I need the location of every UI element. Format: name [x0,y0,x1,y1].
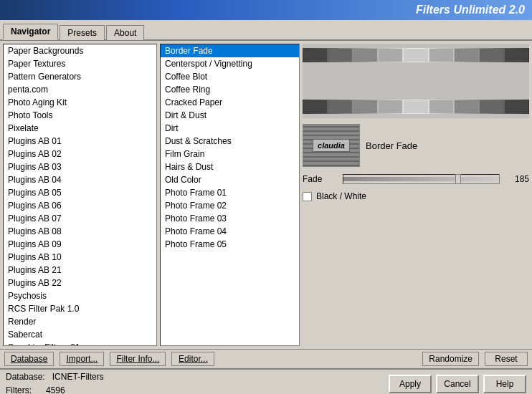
import-button[interactable]: Import... [60,352,104,366]
fade-label: Fade [303,174,338,184]
status-info: Database: ICNET-Filters Filters: 4596 [6,370,104,394]
left-list-item[interactable]: Plugins AB 09 [4,238,156,251]
middle-list-item[interactable]: Film Grain [161,148,299,160]
left-list-item[interactable]: Plugins AB 22 [4,277,156,289]
middle-panel: Border FadeCenterspot / VignettingCoffee… [160,44,300,346]
middle-list-item[interactable]: Old Color [161,173,299,186]
left-list[interactable]: Paper BackgroundsPaper TexturesPattern G… [4,44,156,345]
middle-list-item[interactable]: Coffee Blot [161,70,299,83]
bw-checkbox-row: Black / White [303,191,529,201]
middle-list-item[interactable]: Dirt [161,122,299,135]
tab-navigator[interactable]: Navigator [3,24,58,40]
middle-list-item[interactable]: Photo Frame 05 [161,238,299,251]
middle-list-item[interactable]: Hairs & Dust [161,160,299,173]
left-list-item[interactable]: Plugins AB 03 [4,160,156,173]
fade-slider[interactable] [343,174,500,184]
left-list-item[interactable]: Sapphire Filters 01 [4,341,156,345]
reset-button[interactable]: Reset [485,352,528,366]
left-list-item[interactable]: Plugins AB 04 [4,173,156,186]
left-list-item[interactable]: Pixelate [4,122,156,135]
left-list-item[interactable]: Plugins AB 08 [4,225,156,238]
tab-about[interactable]: About [106,25,144,40]
title-bar: Filters Unlimited 2.0 [0,0,532,20]
left-list-item[interactable]: Sabercat [4,328,156,341]
middle-list-item[interactable]: Coffee Ring [161,83,299,96]
left-list-item[interactable]: Plugins AB 02 [4,148,156,160]
middle-list-item[interactable]: Dirt & Dust [161,109,299,122]
left-list-item[interactable]: Plugins AB 05 [4,186,156,199]
middle-list-item[interactable]: Border Fade [161,44,299,57]
filter-thumb-label: claudia [313,139,350,152]
left-list-item[interactable]: Plugins AB 01 [4,135,156,148]
left-list-item[interactable]: penta.com [4,83,156,96]
bw-checkbox[interactable] [303,192,312,201]
filter-preview-row: claudia Border Fade [303,121,529,170]
action-buttons: Apply Cancel Help [389,375,526,393]
filter-thumbnail: claudia [303,124,360,167]
middle-list-item[interactable]: Dust & Scratches [161,135,299,148]
preview-strip-bottom [303,100,529,114]
left-list-item[interactable]: Psychosis [4,289,156,302]
randomize-button[interactable]: Randomize [422,352,479,366]
left-list-item[interactable]: RCS Filter Pak 1.0 [4,302,156,315]
apply-button[interactable]: Apply [389,375,432,393]
fade-slider-row: Fade 185 [303,174,529,184]
left-list-item[interactable]: Plugins AB 21 [4,264,156,277]
filter-name-display: Border Fade [366,140,417,151]
help-button[interactable]: Help [483,375,526,393]
database-button[interactable]: Database [4,352,54,366]
empty-space [303,201,529,346]
status-bar: Database: ICNET-Filters Filters: 4596 Ap… [0,368,532,394]
middle-list[interactable]: Border FadeCenterspot / VignettingCoffee… [161,44,299,345]
middle-list-item[interactable]: Cracked Paper [161,96,299,109]
middle-list-item[interactable]: Photo Frame 03 [161,212,299,225]
slider-thumb[interactable] [455,174,461,184]
left-list-item[interactable]: Plugins AB 07 [4,212,156,225]
bottom-toolbar: Database Import... Filter Info... Editor… [0,349,532,368]
left-list-item[interactable]: Photo Aging Kit [4,96,156,109]
right-panel: claudia Border Fade Fade 185 Black / Whi… [303,44,529,346]
slider-track [343,177,499,181]
editor-button[interactable]: Editor... [171,352,214,366]
left-panel: Paper BackgroundsPaper TexturesPattern G… [3,44,157,346]
preview-strip-top [303,48,529,62]
middle-list-item[interactable]: Photo Frame 04 [161,225,299,238]
title-text: Filters Unlimited 2.0 [416,4,525,16]
cancel-button[interactable]: Cancel [436,375,479,393]
left-list-item[interactable]: Photo Tools [4,109,156,122]
left-list-item[interactable]: Plugins AB 06 [4,199,156,212]
middle-list-item[interactable]: Centerspot / Vignetting [161,57,299,70]
bw-label: Black / White [316,191,366,201]
left-list-item[interactable]: Paper Textures [4,57,156,70]
fade-value: 185 [504,174,529,184]
middle-list-item[interactable]: Photo Frame 01 [161,186,299,199]
filter-info-button[interactable]: Filter Info... [110,352,166,366]
left-list-item[interactable]: Pattern Generators [4,70,156,83]
tabs-row: Navigator Presets About [0,20,532,41]
left-list-item[interactable]: Paper Backgrounds [4,44,156,57]
main-content: Paper BackgroundsPaper TexturesPattern G… [0,41,532,349]
filter-stripes: claudia [303,125,359,166]
left-list-item[interactable]: Render [4,315,156,328]
filters-status: Filters: 4596 [6,384,104,394]
tab-presets[interactable]: Presets [60,25,105,40]
middle-list-item[interactable]: Photo Frame 02 [161,199,299,212]
left-list-item[interactable]: Plugins AB 10 [4,251,156,264]
database-status: Database: ICNET-Filters [6,370,104,384]
